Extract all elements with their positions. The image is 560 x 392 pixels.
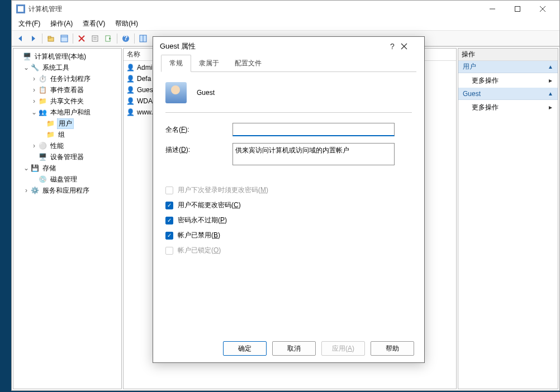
chk-never-expire[interactable]: ✓ 密码永不过期(P): [165, 216, 412, 225]
close-button[interactable]: [530, 1, 555, 17]
description-label: 描述(D):: [165, 143, 232, 155]
svg-marker-5: [32, 36, 35, 41]
actions-group-guest[interactable]: Guest▲: [458, 88, 558, 100]
window-title: 计算机管理: [29, 4, 480, 14]
tree-services[interactable]: ›⚙️服务和应用程序: [15, 185, 120, 196]
description-input[interactable]: [232, 143, 395, 165]
menu-action[interactable]: 操作(A): [46, 18, 77, 30]
svg-rect-12: [92, 36, 98, 41]
dialog-help-button[interactable]: ?: [384, 42, 401, 51]
fullname-input[interactable]: [232, 123, 395, 136]
apply-button[interactable]: 应用(A): [321, 341, 365, 356]
menu-bar: 文件(F) 操作(A) 查看(V) 帮助(H): [12, 17, 559, 31]
cancel-button[interactable]: 取消: [272, 341, 316, 356]
actions-group-users[interactable]: 用户▲: [458, 61, 558, 73]
svg-rect-8: [61, 35, 68, 42]
menu-file[interactable]: 文件(F): [14, 18, 45, 30]
checkbox-icon[interactable]: ✓: [165, 202, 173, 209]
back-button[interactable]: [14, 32, 26, 45]
svg-rect-1: [515, 7, 520, 12]
checkbox-icon[interactable]: ✓: [165, 232, 173, 240]
fullname-label: 全名(F):: [165, 123, 232, 135]
minimize-button[interactable]: [480, 1, 505, 17]
properties-dialog: Guest 属性 ? 常规 隶属于 配置文件 Guest 全名(F): 描述(D…: [153, 36, 425, 363]
svg-rect-7: [48, 36, 51, 38]
checkbox-icon: [165, 247, 173, 255]
tree-systools[interactable]: ⌄🔧系统工具: [15, 62, 120, 73]
actions-pane: 操作 用户▲ 更多操作▸ Guest▲ 更多操作▸: [458, 48, 558, 389]
tree-tasksched[interactable]: ›⏱️任务计划程序: [15, 73, 120, 84]
dialog-titlebar: Guest 属性 ?: [153, 37, 424, 56]
properties-button[interactable]: [89, 32, 101, 45]
view-button[interactable]: [58, 32, 70, 45]
tree-pane: 🖥️计算机管理(本地) ⌄🔧系统工具 ›⏱️任务计划程序 ›📋事件查看器 ›📁共…: [13, 48, 122, 389]
tree-eventviewer[interactable]: ›📋事件查看器: [15, 84, 120, 95]
tree-diskmgmt[interactable]: 💿磁盘管理: [15, 174, 120, 185]
checkbox-icon: [165, 187, 173, 194]
tree-perf[interactable]: ›⚪性能: [15, 140, 120, 151]
dialog-tabs: 常规 隶属于 配置文件: [153, 56, 424, 71]
user-name-display: Guest: [197, 89, 215, 97]
chk-disabled[interactable]: ✓ 帐户已禁用(B): [165, 231, 412, 240]
tree-groups[interactable]: 📁组: [15, 129, 120, 140]
export-button[interactable]: [102, 32, 115, 45]
forward-button[interactable]: [27, 32, 40, 45]
chk-must-change: 用户下次登录时须更改密码(M): [165, 185, 412, 195]
up-button[interactable]: [45, 32, 57, 45]
delete-button[interactable]: [75, 32, 88, 45]
dialog-title: Guest 属性: [160, 41, 384, 51]
tree-shared[interactable]: ›📁共享文件夹: [15, 95, 120, 107]
ok-button[interactable]: 确定: [223, 341, 267, 356]
chk-locked: 帐户已锁定(O): [165, 246, 412, 255]
tree-storage[interactable]: ⌄💾存储: [15, 162, 120, 174]
dialog-close-button[interactable]: [401, 43, 417, 50]
svg-text:?: ?: [124, 35, 127, 42]
tab-memberof[interactable]: 隶属于: [191, 55, 227, 71]
menu-view[interactable]: 查看(V): [78, 18, 110, 30]
checkbox-icon[interactable]: ✓: [165, 217, 173, 224]
tree-devmgr[interactable]: 🖥️设备管理器: [15, 151, 120, 162]
chk-cannot-change[interactable]: ✓ 用户不能更改密码(C): [165, 200, 412, 210]
menu-help[interactable]: 帮助(H): [111, 18, 143, 30]
tab-panel-general: Guest 全名(F): 描述(D): 用户下次登录时须更改密码(M) ✓ 用户…: [161, 71, 416, 334]
help-button[interactable]: 帮助: [371, 341, 414, 356]
actions-more-1[interactable]: 更多操作▸: [458, 73, 558, 88]
title-bar: 计算机管理: [12, 1, 559, 17]
app-icon: [16, 4, 25, 13]
tree-localusers[interactable]: ⌄👥本地用户和组: [15, 107, 120, 118]
tree-users[interactable]: 📁用户: [15, 118, 120, 129]
actions-title: 操作: [458, 49, 558, 61]
tab-profile[interactable]: 配置文件: [227, 55, 269, 71]
maximize-button[interactable]: [505, 1, 530, 17]
tree-root[interactable]: 🖥️计算机管理(本地): [15, 51, 120, 62]
dialog-buttons: 确定 取消 应用(A) 帮助: [153, 334, 424, 362]
tab-general[interactable]: 常规: [161, 55, 191, 72]
help-button[interactable]: ?: [120, 32, 132, 45]
divider: [165, 112, 412, 113]
actions-more-2[interactable]: 更多操作▸: [458, 100, 558, 114]
svg-marker-4: [18, 36, 22, 41]
user-icon: [165, 82, 187, 103]
refresh-button[interactable]: [137, 32, 149, 45]
